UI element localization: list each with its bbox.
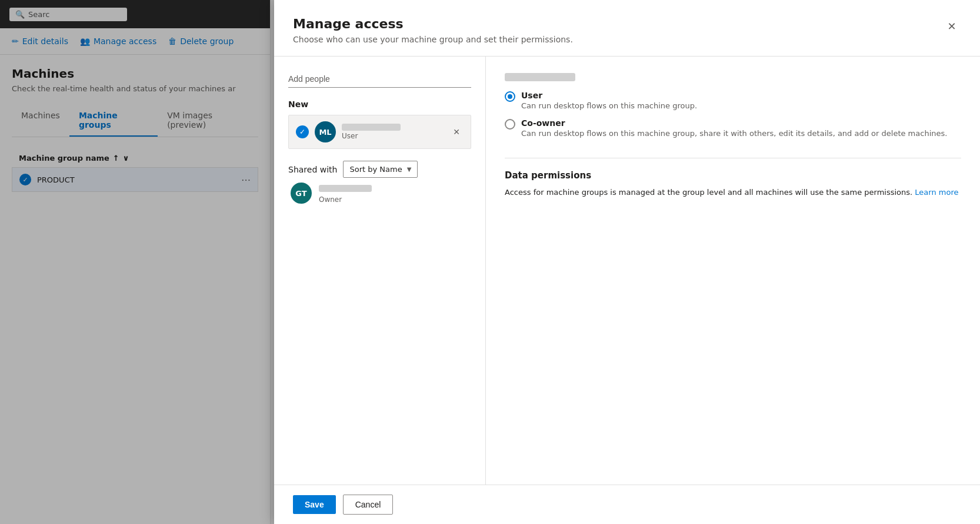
learn-more-link[interactable]: Learn more — [915, 188, 958, 197]
shared-with-row: Shared with Sort by Name ▼ — [288, 161, 471, 178]
sort-dropdown[interactable]: Sort by Name ▼ — [343, 161, 418, 178]
new-user-check-icon: ✓ — [296, 125, 309, 138]
shared-user-name — [319, 185, 372, 192]
shared-with-label: Shared with — [288, 165, 337, 174]
modal-title: Manage access — [293, 16, 573, 31]
new-user-role: User — [342, 132, 444, 140]
modal-overlay: Manage access Choose who can use your ma… — [0, 0, 980, 524]
coowner-permission-option[interactable]: Co-owner Can run desktop flows on this m… — [505, 118, 961, 138]
user-permission-info: User Can run desktop flows on this machi… — [521, 91, 697, 110]
coowner-permission-info: Co-owner Can run desktop flows on this m… — [521, 118, 947, 138]
right-panel: User Can run desktop flows on this machi… — [486, 57, 980, 485]
modal-title-area: Manage access Choose who can use your ma… — [293, 16, 573, 44]
new-section-label: New — [288, 100, 471, 109]
selected-user-title — [505, 73, 575, 81]
divider — [505, 158, 961, 158]
left-panel: New ✓ ML User ✕ S — [274, 57, 486, 485]
manage-access-panel: Manage access Choose who can use your ma… — [274, 0, 980, 524]
new-user-info: User — [342, 124, 444, 140]
modal-body: New ✓ ML User ✕ S — [274, 57, 980, 485]
coowner-permission-label: Co-owner — [521, 118, 947, 128]
sort-dropdown-label: Sort by Name — [349, 165, 402, 174]
close-button[interactable]: ✕ — [942, 16, 961, 35]
shared-user-role: Owner — [319, 195, 469, 204]
coowner-permission-desc: Can run desktop flows on this machine gr… — [521, 129, 947, 138]
shared-with-section: Shared with Sort by Name ▼ GT Owner — [288, 161, 471, 208]
shared-user-avatar: GT — [291, 183, 312, 204]
user-permission-option[interactable]: User Can run desktop flows on this machi… — [505, 91, 961, 110]
user-permission-desc: Can run desktop flows on this machine gr… — [521, 101, 697, 110]
modal-subtitle: Choose who can use your machine group an… — [293, 35, 573, 44]
cancel-button[interactable]: Cancel — [343, 495, 394, 515]
data-permissions-desc: Access for machine groups is managed at … — [505, 187, 961, 198]
chevron-down-icon: ▼ — [407, 166, 412, 173]
modal-header: Manage access Choose who can use your ma… — [274, 0, 980, 57]
shared-user-info: Owner — [319, 183, 469, 204]
modal-footer: Save Cancel — [274, 485, 980, 524]
user-radio-button[interactable] — [505, 91, 515, 102]
new-section: New ✓ ML User ✕ — [288, 100, 471, 149]
new-user-avatar: ML — [315, 121, 336, 142]
shared-user-item: GT Owner — [288, 178, 471, 208]
new-user-card: ✓ ML User ✕ — [288, 115, 471, 149]
user-permission-label: User — [521, 91, 697, 100]
new-user-name — [342, 124, 401, 131]
add-people-input[interactable] — [288, 71, 471, 88]
remove-user-button[interactable]: ✕ — [449, 125, 464, 139]
data-permissions-title: Data permissions — [505, 170, 961, 181]
coowner-radio-button[interactable] — [505, 119, 515, 130]
save-button[interactable]: Save — [293, 495, 336, 514]
